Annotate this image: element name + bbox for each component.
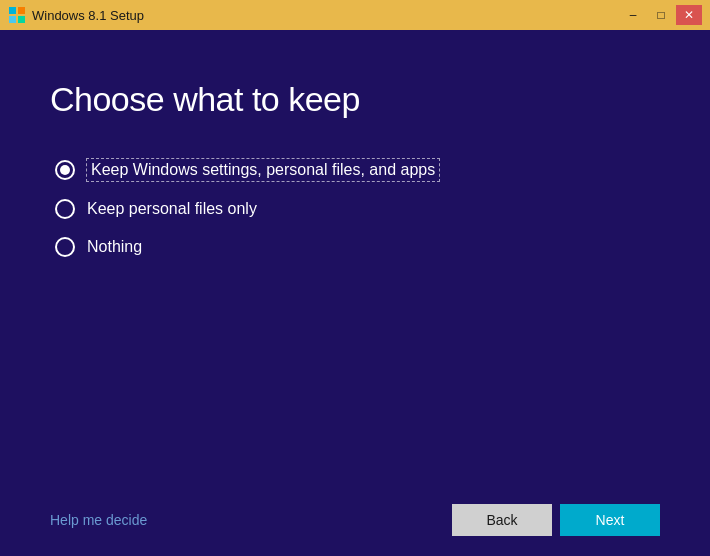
svg-rect-1 — [18, 7, 25, 14]
next-button[interactable]: Next — [560, 504, 660, 536]
options-list: Keep Windows settings, personal files, a… — [55, 159, 660, 257]
back-button[interactable]: Back — [452, 504, 552, 536]
main-window: Choose what to keep Keep Windows setting… — [0, 30, 710, 556]
title-bar-left: Windows 8.1 Setup — [8, 6, 144, 24]
radio-option-keep-files[interactable]: Keep personal files only — [55, 199, 660, 219]
radio-button-keep-all[interactable] — [55, 160, 75, 180]
title-bar-controls: – □ ✕ — [620, 5, 702, 25]
option-label-keep-all: Keep Windows settings, personal files, a… — [87, 159, 439, 181]
minimize-button[interactable]: – — [620, 5, 646, 25]
close-button[interactable]: ✕ — [676, 5, 702, 25]
radio-button-keep-files[interactable] — [55, 199, 75, 219]
svg-rect-2 — [9, 16, 16, 23]
radio-inner-keep-all — [60, 165, 70, 175]
help-link[interactable]: Help me decide — [50, 512, 147, 528]
option-label-nothing: Nothing — [87, 238, 142, 256]
button-row: Back Next — [452, 504, 660, 536]
radio-option-keep-all[interactable]: Keep Windows settings, personal files, a… — [55, 159, 660, 181]
radio-option-nothing[interactable]: Nothing — [55, 237, 660, 257]
windows-icon — [8, 6, 26, 24]
bottom-area: Help me decide Back Next — [0, 504, 710, 556]
page-title: Choose what to keep — [50, 80, 660, 119]
content-area: Choose what to keep Keep Windows setting… — [0, 30, 710, 504]
title-text: Windows 8.1 Setup — [32, 8, 144, 23]
maximize-button[interactable]: □ — [648, 5, 674, 25]
title-bar: Windows 8.1 Setup – □ ✕ — [0, 0, 710, 30]
option-label-keep-files: Keep personal files only — [87, 200, 257, 218]
radio-button-nothing[interactable] — [55, 237, 75, 257]
svg-rect-3 — [18, 16, 25, 23]
svg-rect-0 — [9, 7, 16, 14]
